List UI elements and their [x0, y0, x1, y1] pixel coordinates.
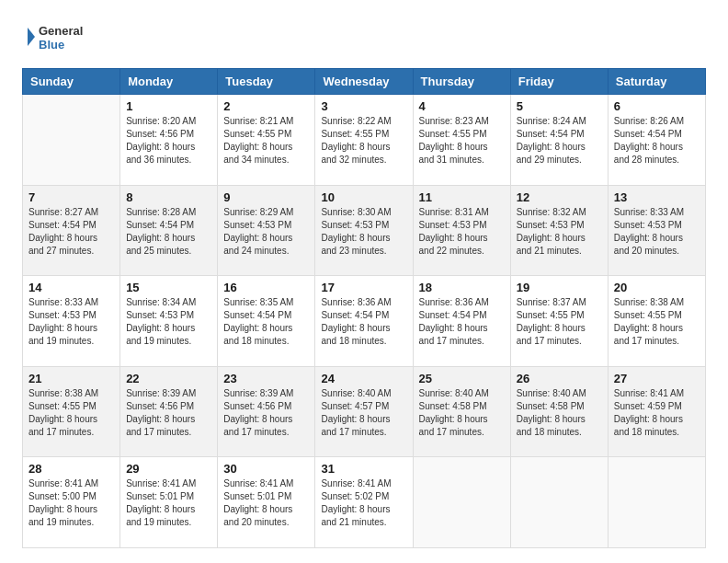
day-number: 3 [321, 99, 406, 113]
calendar-cell: 28Sunrise: 8:41 AM Sunset: 5:00 PM Dayli… [23, 457, 120, 548]
calendar-cell: 26Sunrise: 8:40 AM Sunset: 4:58 PM Dayli… [510, 366, 608, 457]
day-number: 15 [126, 281, 211, 294]
calendar-cell: 18Sunrise: 8:36 AM Sunset: 4:54 PM Dayli… [413, 276, 510, 367]
weekday-header-monday: Monday [120, 69, 218, 95]
day-info: Sunrise: 8:33 AM Sunset: 4:53 PM Dayligh… [614, 206, 700, 258]
day-number: 4 [419, 99, 505, 113]
day-info: Sunrise: 8:23 AM Sunset: 4:55 PM Dayligh… [419, 115, 505, 167]
day-info: Sunrise: 8:41 AM Sunset: 5:00 PM Dayligh… [28, 477, 114, 529]
weekday-header-friday: Friday [510, 69, 608, 95]
calendar-cell: 9Sunrise: 8:29 AM Sunset: 4:53 PM Daylig… [218, 185, 315, 276]
calendar-cell [413, 457, 510, 548]
svg-text:Blue: Blue [39, 38, 64, 52]
day-info: Sunrise: 8:20 AM Sunset: 4:56 PM Dayligh… [126, 115, 211, 167]
calendar-cell: 19Sunrise: 8:37 AM Sunset: 4:55 PM Dayli… [510, 276, 608, 367]
day-number: 13 [614, 190, 700, 204]
day-info: Sunrise: 8:36 AM Sunset: 4:54 PM Dayligh… [321, 296, 406, 348]
day-number: 1 [126, 99, 211, 113]
day-info: Sunrise: 8:39 AM Sunset: 4:56 PM Dayligh… [126, 387, 211, 439]
day-number: 17 [321, 281, 406, 294]
day-number: 5 [517, 99, 602, 113]
day-number: 11 [419, 190, 505, 204]
calendar-cell: 22Sunrise: 8:39 AM Sunset: 4:56 PM Dayli… [120, 366, 218, 457]
day-number: 2 [223, 99, 309, 113]
day-info: Sunrise: 8:40 AM Sunset: 4:58 PM Dayligh… [419, 387, 505, 439]
calendar-cell: 20Sunrise: 8:38 AM Sunset: 4:55 PM Dayli… [608, 276, 705, 367]
day-number: 18 [419, 281, 505, 294]
calendar-cell: 13Sunrise: 8:33 AM Sunset: 4:53 PM Dayli… [608, 185, 705, 276]
day-number: 24 [321, 372, 406, 385]
day-info: Sunrise: 8:34 AM Sunset: 4:53 PM Dayligh… [126, 296, 211, 348]
calendar-cell: 2Sunrise: 8:21 AM Sunset: 4:55 PM Daylig… [218, 95, 315, 186]
weekday-header-sunday: Sunday [23, 69, 120, 95]
calendar-cell: 27Sunrise: 8:41 AM Sunset: 4:59 PM Dayli… [608, 366, 705, 457]
calendar-cell: 3Sunrise: 8:22 AM Sunset: 4:55 PM Daylig… [315, 95, 413, 186]
calendar-cell: 10Sunrise: 8:30 AM Sunset: 4:53 PM Dayli… [315, 185, 413, 276]
header: General Blue [22, 18, 706, 57]
day-info: Sunrise: 8:35 AM Sunset: 4:54 PM Dayligh… [223, 296, 309, 348]
day-number: 31 [321, 462, 406, 476]
calendar-cell: 14Sunrise: 8:33 AM Sunset: 4:53 PM Dayli… [23, 276, 120, 367]
day-number: 21 [28, 372, 114, 385]
calendar-cell: 23Sunrise: 8:39 AM Sunset: 4:56 PM Dayli… [218, 366, 315, 457]
calendar-cell: 17Sunrise: 8:36 AM Sunset: 4:54 PM Dayli… [315, 276, 413, 367]
day-info: Sunrise: 8:36 AM Sunset: 4:54 PM Dayligh… [419, 296, 505, 348]
calendar-cell: 24Sunrise: 8:40 AM Sunset: 4:57 PM Dayli… [315, 366, 413, 457]
calendar-cell: 12Sunrise: 8:32 AM Sunset: 4:53 PM Dayli… [510, 185, 608, 276]
calendar-cell: 7Sunrise: 8:27 AM Sunset: 4:54 PM Daylig… [23, 185, 120, 276]
weekday-header-thursday: Thursday [413, 69, 510, 95]
day-info: Sunrise: 8:41 AM Sunset: 5:02 PM Dayligh… [321, 477, 406, 529]
day-info: Sunrise: 8:40 AM Sunset: 4:57 PM Dayligh… [321, 387, 406, 439]
calendar-cell: 11Sunrise: 8:31 AM Sunset: 4:53 PM Dayli… [413, 185, 510, 276]
day-info: Sunrise: 8:33 AM Sunset: 4:53 PM Dayligh… [28, 296, 114, 348]
day-number: 6 [614, 99, 700, 113]
day-number: 14 [28, 281, 114, 294]
calendar-cell: 4Sunrise: 8:23 AM Sunset: 4:55 PM Daylig… [413, 95, 510, 186]
day-info: Sunrise: 8:41 AM Sunset: 5:01 PM Dayligh… [223, 477, 309, 529]
calendar-cell [23, 95, 120, 186]
day-info: Sunrise: 8:41 AM Sunset: 4:59 PM Dayligh… [614, 387, 700, 439]
day-number: 25 [419, 372, 505, 385]
calendar-cell: 6Sunrise: 8:26 AM Sunset: 4:54 PM Daylig… [608, 95, 705, 186]
day-info: Sunrise: 8:21 AM Sunset: 4:55 PM Dayligh… [223, 115, 309, 167]
calendar-cell: 31Sunrise: 8:41 AM Sunset: 5:02 PM Dayli… [315, 457, 413, 548]
day-info: Sunrise: 8:39 AM Sunset: 4:56 PM Dayligh… [223, 387, 309, 439]
day-number: 27 [614, 372, 700, 385]
calendar-cell [608, 457, 705, 548]
day-info: Sunrise: 8:27 AM Sunset: 4:54 PM Dayligh… [28, 206, 114, 258]
day-number: 26 [517, 372, 602, 385]
day-number: 22 [126, 372, 211, 385]
day-number: 20 [614, 281, 700, 294]
weekday-header-tuesday: Tuesday [218, 69, 315, 95]
logo-svg: General Blue [22, 18, 86, 57]
day-info: Sunrise: 8:22 AM Sunset: 4:55 PM Dayligh… [321, 115, 406, 167]
day-number: 19 [517, 281, 602, 294]
page: General Blue SundayMondayTuesdayWednesda… [0, 0, 728, 563]
calendar-cell: 21Sunrise: 8:38 AM Sunset: 4:55 PM Dayli… [23, 366, 120, 457]
svg-text:General: General [39, 24, 83, 38]
svg-marker-2 [28, 28, 35, 46]
day-number: 12 [517, 190, 602, 204]
day-info: Sunrise: 8:26 AM Sunset: 4:54 PM Dayligh… [614, 115, 700, 167]
day-info: Sunrise: 8:29 AM Sunset: 4:53 PM Dayligh… [223, 206, 309, 258]
day-number: 29 [126, 462, 211, 476]
calendar-cell [510, 457, 608, 548]
day-number: 30 [223, 462, 309, 476]
day-number: 9 [223, 190, 309, 204]
calendar-cell: 1Sunrise: 8:20 AM Sunset: 4:56 PM Daylig… [120, 95, 218, 186]
day-number: 10 [321, 190, 406, 204]
day-info: Sunrise: 8:30 AM Sunset: 4:53 PM Dayligh… [321, 206, 406, 258]
day-number: 23 [223, 372, 309, 385]
weekday-header-saturday: Saturday [608, 69, 705, 95]
calendar-cell: 29Sunrise: 8:41 AM Sunset: 5:01 PM Dayli… [120, 457, 218, 548]
calendar: SundayMondayTuesdayWednesdayThursdayFrid… [22, 68, 706, 548]
weekday-header-wednesday: Wednesday [315, 69, 413, 95]
calendar-cell: 15Sunrise: 8:34 AM Sunset: 4:53 PM Dayli… [120, 276, 218, 367]
day-number: 16 [223, 281, 309, 294]
day-info: Sunrise: 8:38 AM Sunset: 4:55 PM Dayligh… [614, 296, 700, 348]
day-info: Sunrise: 8:37 AM Sunset: 4:55 PM Dayligh… [517, 296, 602, 348]
calendar-cell: 25Sunrise: 8:40 AM Sunset: 4:58 PM Dayli… [413, 366, 510, 457]
day-info: Sunrise: 8:40 AM Sunset: 4:58 PM Dayligh… [517, 387, 602, 439]
calendar-cell: 8Sunrise: 8:28 AM Sunset: 4:54 PM Daylig… [120, 185, 218, 276]
logo: General Blue [22, 18, 86, 57]
